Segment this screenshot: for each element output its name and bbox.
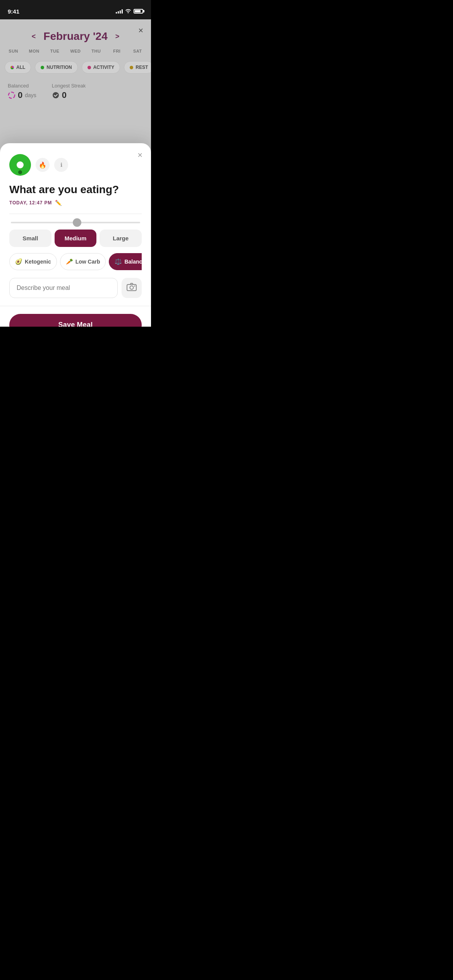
meal-description-input[interactable] xyxy=(9,278,118,298)
meal-input-row xyxy=(9,278,142,298)
avatar xyxy=(9,154,31,176)
camera-button[interactable] xyxy=(122,278,142,298)
signal-icon xyxy=(116,9,123,14)
weekday-wed: WED xyxy=(67,49,84,53)
battery-icon xyxy=(134,9,143,14)
diet-balanced-button[interactable]: ⚖️ Balanced xyxy=(109,253,142,270)
balanced-icon: ⚖️ xyxy=(115,258,122,265)
time-display: 9:41 xyxy=(8,8,19,15)
month-navigation: < February '24 > xyxy=(0,19,151,49)
ketogenic-icon: 🥑 xyxy=(15,258,22,265)
weekday-thu: THU xyxy=(88,49,105,53)
month-title: February '24 xyxy=(43,30,107,43)
status-bar: 9:41 xyxy=(0,0,151,19)
camera-icon xyxy=(127,283,137,293)
sheet-content: 🔥 ℹ What are you eating? TODAY, 12:47 PM… xyxy=(0,143,151,298)
profile-row: 🔥 ℹ xyxy=(9,154,142,176)
sheet-separator xyxy=(0,306,151,306)
edit-time-icon[interactable]: ✏️ xyxy=(55,200,62,206)
balanced-label: Balanced xyxy=(124,259,142,265)
svg-rect-2 xyxy=(127,284,136,291)
size-small-button[interactable]: Small xyxy=(9,230,51,247)
bottom-sheet: × 🔥 ℹ What are you eating? TODAY, 12:47 … xyxy=(0,143,151,327)
diet-selector: 🥑 Ketogenic 🥕 Low Carb ⚖️ Balanced xyxy=(9,253,142,270)
weekday-fri: FRI xyxy=(108,49,125,53)
weekday-headers: SUN MON TUE WED THU FRI SAT xyxy=(0,49,151,53)
avatar-inner xyxy=(17,161,24,168)
weekday-mon: MON xyxy=(26,49,43,53)
sheet-timestamp: TODAY, 12:47 PM ✏️ xyxy=(9,200,142,206)
slider-track xyxy=(11,222,140,223)
filter-rest[interactable]: REST xyxy=(124,61,151,74)
stats-section: Balanced 0 days Longest Streak 0 xyxy=(0,77,151,106)
avatar-dot xyxy=(18,170,22,174)
filter-nutrition[interactable]: NUTRITION xyxy=(35,61,77,74)
prev-month-button[interactable]: < xyxy=(32,33,36,41)
svg-point-0 xyxy=(9,92,15,98)
fire-icon-button[interactable]: 🔥 xyxy=(36,158,50,172)
lowcarb-label: Low Carb xyxy=(76,259,100,265)
next-month-button[interactable]: > xyxy=(115,33,120,41)
divider-top xyxy=(9,214,142,214)
streak-stat: Longest Streak 0 xyxy=(52,83,86,100)
sheet-title: What are you eating? xyxy=(9,183,142,196)
fire-icon: 🔥 xyxy=(39,161,46,169)
info-icon-button[interactable]: ℹ xyxy=(54,158,68,172)
info-icon: ℹ xyxy=(60,162,62,168)
svg-point-3 xyxy=(130,286,134,290)
size-large-button[interactable]: Large xyxy=(100,230,142,247)
status-icons xyxy=(116,9,143,14)
balanced-stat: Balanced 0 days xyxy=(8,83,36,100)
lowcarb-icon: 🥕 xyxy=(66,258,73,265)
sheet-close-button[interactable]: × xyxy=(137,150,142,160)
filter-all[interactable]: ALL xyxy=(5,61,31,74)
portion-slider[interactable] xyxy=(9,222,142,223)
svg-point-1 xyxy=(53,92,59,98)
svg-point-4 xyxy=(134,286,136,287)
wifi-icon xyxy=(125,9,131,14)
ketogenic-label: Ketogenic xyxy=(25,259,51,265)
size-selector: Small Medium Large xyxy=(9,230,142,247)
bg-close-button[interactable]: × xyxy=(138,26,143,36)
filter-tabs: ALL NUTRITION ACTIVITY REST xyxy=(0,58,151,77)
diet-lowcarb-button[interactable]: 🥕 Low Carb xyxy=(60,253,106,270)
size-medium-button[interactable]: Medium xyxy=(55,230,97,247)
save-meal-button[interactable]: Save Meal xyxy=(9,314,142,327)
diet-ketogenic-button[interactable]: 🥑 Ketogenic xyxy=(9,253,57,270)
weekday-tue: TUE xyxy=(46,49,63,53)
slider-thumb[interactable] xyxy=(73,218,81,227)
weekday-sun: SUN xyxy=(5,49,22,53)
filter-activity[interactable]: ACTIVITY xyxy=(82,61,120,74)
weekday-sat: SAT xyxy=(129,49,146,53)
